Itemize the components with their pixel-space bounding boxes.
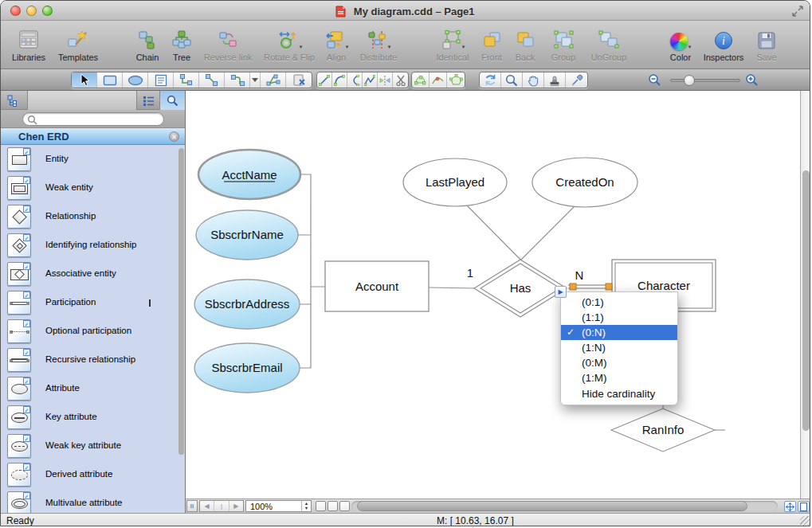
edit-polygon-tool-button[interactable] xyxy=(447,72,465,88)
library-tree-view-button[interactable] xyxy=(1,91,28,110)
library-list-view-button[interactable] xyxy=(137,91,160,110)
sidebar-scrollbar-thumb[interactable] xyxy=(178,148,184,455)
attribute-bracket-lines[interactable] xyxy=(298,174,325,368)
zoom-slider[interactable] xyxy=(670,79,740,82)
menu-item-0-m[interactable]: (0:M) xyxy=(561,355,677,370)
page-thumbnail-3[interactable] xyxy=(339,501,350,511)
zoom-out-button[interactable] xyxy=(648,73,661,90)
toolbar-button-inspectors[interactable]: i Inspectors xyxy=(699,23,748,62)
rectangle-tool-button[interactable] xyxy=(97,72,123,88)
account-has-line[interactable] xyxy=(429,287,476,288)
toolbar-button-back[interactable]: Back xyxy=(510,23,540,62)
menu-item-1-1[interactable]: (1:1) xyxy=(561,310,677,325)
next-page-icon[interactable]: ▶ xyxy=(229,501,243,511)
toolbar-button-align[interactable]: ▾ Align xyxy=(319,23,354,62)
fullscreen-icon[interactable] xyxy=(792,6,803,20)
eyedropper-tool-button[interactable] xyxy=(566,72,587,88)
stencil-item-relationship[interactable]: Relationship xyxy=(1,202,185,231)
edit-curve-tool-button[interactable] xyxy=(430,72,447,88)
diagram-canvas[interactable]: AcctName SbscrbrName SbscrbrAddress Sbsc… xyxy=(186,91,800,499)
pan-hand-tool-button[interactable] xyxy=(523,72,544,88)
toolbar-button-tree[interactable]: Tree xyxy=(166,23,198,62)
page-thumbnail-2[interactable] xyxy=(328,501,338,511)
disconnect-tool-button[interactable] xyxy=(286,72,312,88)
menu-item-hide-cardinality[interactable]: Hide cardinality xyxy=(561,385,677,402)
toolbar-button-group[interactable]: Group xyxy=(545,23,582,62)
search-field[interactable] xyxy=(22,112,164,126)
menu-item-0-n-selected[interactable]: ✓(0:N) xyxy=(561,325,677,340)
toolbar-button-rotate-flip[interactable]: ▾ Rotate & Flip xyxy=(257,23,322,62)
actual-size-button[interactable] xyxy=(798,501,810,512)
menu-item-0-1[interactable]: (0:1) xyxy=(561,295,677,310)
toolbar-button-templates[interactable]: Templates xyxy=(52,23,104,62)
stamp-tool-button[interactable] xyxy=(544,72,566,88)
lastplayed-line[interactable] xyxy=(466,205,528,267)
menu-item-1-n[interactable]: (1:N) xyxy=(561,340,677,355)
cardinality-n: N xyxy=(575,268,584,282)
zoom-tool-button[interactable] xyxy=(501,72,523,88)
stencil-item-participation[interactable]: Participation xyxy=(1,288,185,317)
toolbar-button-distribute[interactable]: ▾ Distribute xyxy=(354,23,403,62)
line-tool-button[interactable] xyxy=(317,72,332,88)
ellipse-tool-button[interactable] xyxy=(123,72,148,88)
close-icon[interactable]: ✕ xyxy=(169,131,179,142)
connector-handle-left[interactable] xyxy=(570,284,576,290)
stencil-item-attribute[interactable]: Attribute xyxy=(1,374,185,403)
refresh-tool-button[interactable] xyxy=(480,72,501,88)
flyout-arrow-button[interactable]: ▶ xyxy=(555,286,567,298)
stencil-item-multivalue-attribute[interactable]: Multivalue attribute xyxy=(1,489,185,513)
page-thumbnail-1[interactable] xyxy=(316,501,326,511)
smart-connector-tool-button[interactable] xyxy=(225,72,250,88)
zoom-stepper[interactable]: ▲ ▼ xyxy=(301,501,311,511)
toolbar-button-reverse-link[interactable]: Reverse link xyxy=(198,23,258,62)
createdon-line[interactable] xyxy=(514,205,575,267)
stencil-item-weak-entity[interactable]: Weak entity xyxy=(1,174,185,202)
zoom-in-button[interactable] xyxy=(745,73,759,90)
resize-grip[interactable] xyxy=(800,516,810,526)
canvas-horizontal-scrollbar[interactable] xyxy=(351,501,778,511)
edit-shape-tool-button[interactable] xyxy=(412,72,430,88)
search-input[interactable] xyxy=(41,114,159,124)
toolbar-button-save[interactable]: Save xyxy=(751,23,782,62)
toolbar-button-identical[interactable]: ▾ Identical xyxy=(430,23,476,62)
canvas-vertical-scrollbar[interactable] xyxy=(800,91,810,499)
toolbar-button-libraries[interactable]: Libraries xyxy=(5,23,53,62)
page-navigator[interactable]: ◀ | ▶ xyxy=(199,500,244,512)
zoom-slider-thumb[interactable] xyxy=(684,75,695,86)
library-panel-header[interactable]: Chen ERD ✕ xyxy=(1,128,185,145)
zoom-level-field[interactable]: 100% ▲ ▼ xyxy=(245,500,312,512)
library-search-button[interactable] xyxy=(160,91,185,110)
text-tool-button[interactable] xyxy=(148,72,174,88)
line-connector-tool-button[interactable] xyxy=(199,72,225,88)
titlebar[interactable]: My diagram.cdd – Page1 xyxy=(1,1,810,21)
horizontal-scrollbar-thumb[interactable] xyxy=(357,501,747,511)
fit-to-window-button[interactable] xyxy=(784,501,796,512)
stencil-item-entity[interactable]: Entity xyxy=(1,145,185,174)
prev-page-icon[interactable]: ◀ xyxy=(200,501,214,511)
stencil-item-weak-key-attribute[interactable]: Weak key attribute xyxy=(1,432,185,460)
polyline-tool-button[interactable] xyxy=(363,72,378,88)
stencil-item-identifying-relationship[interactable]: Identifying relationship xyxy=(1,231,185,260)
stepper-down-icon[interactable]: ▼ xyxy=(302,506,311,510)
scissors-tool-button[interactable] xyxy=(393,72,408,88)
toolbar-button-chain[interactable]: Chain xyxy=(127,23,167,62)
stencil-item-recursive-relationship[interactable]: Recursive relationship xyxy=(1,346,185,374)
stencil-item-derived-attribute[interactable]: Derived attribute xyxy=(1,460,185,489)
tree-connector-tool-button[interactable] xyxy=(261,72,286,88)
toolbar-button-color[interactable]: ▾ Color xyxy=(664,23,697,62)
select-tool-button[interactable] xyxy=(72,72,97,88)
direct-connector-tool-button[interactable] xyxy=(174,72,199,88)
stencil-item-associative-entity[interactable]: Associative entity xyxy=(1,260,185,288)
arc-tool-button[interactable] xyxy=(332,72,347,88)
toolbar-button-front[interactable]: Front xyxy=(476,23,508,62)
menu-item-1-m[interactable]: (1:M) xyxy=(561,370,677,385)
toolbar-button-ungroup[interactable]: UnGroup xyxy=(586,23,631,62)
curve-tool-button[interactable] xyxy=(347,72,363,88)
connector-handle-right[interactable] xyxy=(606,284,612,290)
pane-splitter-handle[interactable]: II xyxy=(186,500,198,512)
stencil-item-key-attribute[interactable]: Key attribute xyxy=(1,403,185,432)
split-tool-button[interactable] xyxy=(378,72,393,88)
connector-dropdown-caret[interactable] xyxy=(250,72,261,88)
stencil-item-optional-participation[interactable]: Optional participation xyxy=(1,317,185,346)
vertical-scrollbar-thumb[interactable] xyxy=(802,170,810,431)
